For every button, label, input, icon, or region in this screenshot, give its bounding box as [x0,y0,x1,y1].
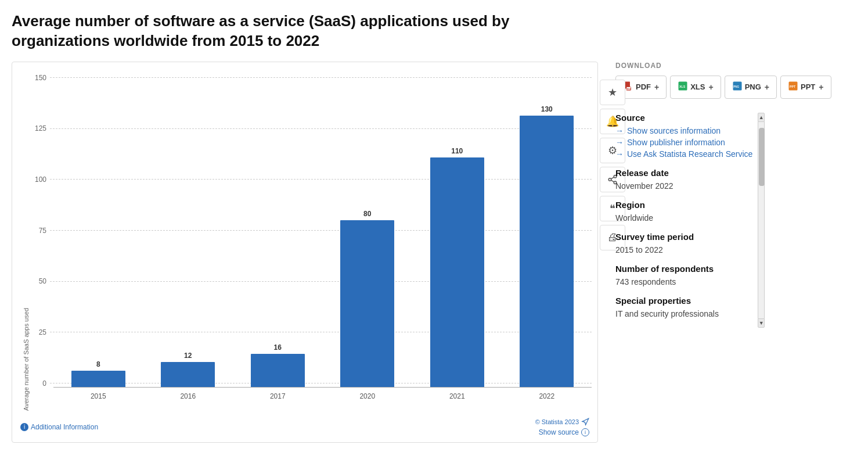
special-properties-title: Special properties [615,296,752,306]
xls-icon: XLS [678,81,688,94]
bar-value-label: 8 [96,360,100,368]
bar-group: 12 [143,74,233,388]
bar-group: 130 [502,74,592,388]
survey-period-value: 2015 to 2022 [615,245,752,254]
arrow-icon-2: → [615,138,624,147]
copyright-text: © Statista 2023 [535,418,589,426]
arrow-icon-1: → [615,126,624,135]
bar-value-label: 110 [451,147,463,155]
scroll-up-btn[interactable]: ▲ [758,113,765,122]
bar [430,157,484,388]
respondents-title: Number of respondents [615,264,752,274]
y-tick-label: 125 [30,124,50,132]
download-section: DOWNLOAD PDF PDF + XLS XLS + [615,62,856,99]
y-tick-label: 25 [30,328,50,336]
bar [251,354,305,388]
show-sources-info-link[interactable]: → Show sources information [615,126,752,135]
x-tick-label: 2017 [233,388,323,411]
ppt-icon: PPT [788,81,798,94]
arrow-icon-3: → [615,149,624,159]
release-date-title: Release date [615,168,752,178]
y-tick-label: 75 [30,227,50,235]
respondents-group: Number of respondents 743 respondents [615,264,752,286]
y-tick-label: 0 [30,379,50,388]
pdf-label: PDF [636,83,651,91]
xls-plus: + [708,83,713,92]
bar-value-label: 80 [363,210,371,218]
x-tick-label: 2016 [143,388,233,411]
x-tick-label: 2022 [502,388,592,411]
scroll-track [758,122,765,318]
special-properties-group: Special properties IT and security profe… [615,296,752,318]
y-axis-label: Average number of SaaS apps used [18,74,30,411]
show-publisher-label: Show publisher information [627,138,725,147]
bar-value-label: 12 [184,352,192,360]
survey-period-group: Survey time period 2015 to 2022 [615,232,752,254]
x-tick-label: 2015 [53,388,143,411]
source-title: Source [615,113,752,123]
ppt-label: PPT [801,83,815,91]
bar-value-label: 16 [274,343,282,352]
page-title: Average number of software as a service … [12,12,534,51]
svg-line-3 [611,180,614,182]
info-scroll-area[interactable]: Source → Show sources information → Show… [615,113,755,328]
additional-info-link[interactable]: i Additional Information [20,423,98,431]
svg-text:PPT: PPT [790,85,796,88]
ask-statista-link[interactable]: → Use Ask Statista Research Service [615,149,752,159]
scroll-thumb[interactable] [759,128,765,186]
png-plus: + [765,83,769,92]
favorite-button[interactable]: ★ [600,80,625,105]
bar [340,220,394,388]
svg-line-4 [611,177,614,178]
pdf-plus: + [654,83,659,92]
ppt-plus: + [819,83,823,92]
download-label: DOWNLOAD [615,62,856,70]
y-tick-label: 150 [30,74,50,82]
region-value: Worldwide [615,213,752,223]
download-png-button[interactable]: PNG PNG + [725,76,777,99]
bar [161,362,215,387]
scroll-down-btn[interactable]: ▼ [758,318,765,328]
copyright-section: © Statista 2023 Show source i [535,418,589,436]
y-tick-label: 100 [30,175,50,184]
show-source-link[interactable]: Show source i [539,428,589,436]
svg-text:XLS: XLS [679,85,686,88]
show-publisher-info-link[interactable]: → Show publisher information [615,138,752,147]
y-tick-label: 50 [30,277,50,285]
chart-footer: i Additional Information © Statista 2023… [18,418,592,436]
additional-info-label: Additional Information [31,423,98,431]
respondents-value: 743 respondents [615,277,752,286]
show-sources-label: Show sources information [627,126,721,135]
bar-chart: Average number of SaaS apps used 1501251… [18,74,592,411]
release-date-group: Release date November 2022 [615,168,752,191]
xls-label: XLS [690,83,705,91]
svg-marker-5 [582,418,589,425]
png-label: PNG [745,83,761,91]
download-buttons: PDF PDF + XLS XLS + PNG PNG [615,76,856,99]
png-icon: PNG [732,81,743,94]
info-icon: i [20,423,28,431]
bar-group: 8 [53,74,143,388]
download-xls-button[interactable]: XLS XLS + [670,76,721,99]
bar-group: 80 [323,74,413,388]
download-ppt-button[interactable]: PPT PPT + [780,76,831,99]
special-properties-value: IT and security professionals [615,309,752,318]
svg-text:PDF: PDF [627,88,632,90]
svg-text:PNG: PNG [733,85,739,88]
bar [71,371,125,388]
right-panel: DOWNLOAD PDF PDF + XLS XLS + [598,62,856,443]
source-group: Source → Show sources information → Show… [615,113,752,159]
x-tick-label: 2020 [323,388,413,411]
bar-group: 110 [412,74,502,388]
region-group: Region Worldwide [615,200,752,223]
release-date-value: November 2022 [615,181,752,191]
bar [520,116,574,388]
survey-period-title: Survey time period [615,232,752,242]
show-source-icon: i [581,428,589,436]
region-title: Region [615,200,752,210]
ask-statista-label: Use Ask Statista Research Service [627,149,752,159]
scrollbar: ▲ ▼ [757,113,765,328]
svg-point-1 [608,178,611,181]
chart-container: Average number of SaaS apps used 1501251… [12,62,598,443]
info-section: Source → Show sources information → Show… [615,113,752,318]
